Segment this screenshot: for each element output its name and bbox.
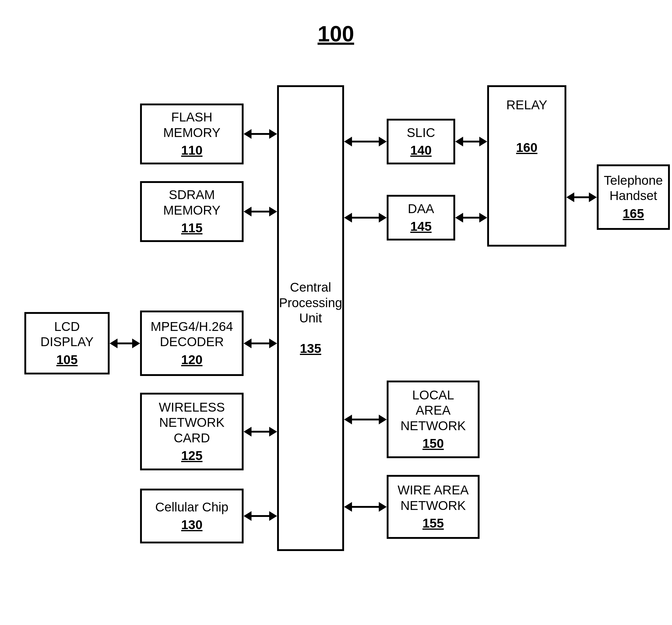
block-local-area-network: LOCAL AREA NETWORK 150 — [387, 381, 480, 458]
block-label: DAA — [408, 201, 434, 216]
arrow-daa-relay — [462, 217, 480, 219]
block-slic: SLIC 140 — [387, 119, 455, 164]
arrow-cpu-slic — [351, 141, 380, 142]
block-cpu: Central Processing Unit 135 — [277, 85, 344, 551]
block-label: RELAY — [506, 97, 548, 113]
block-telephone-handset: Telephone Handset 165 — [597, 164, 670, 230]
block-label: Cellular Chip — [155, 500, 229, 515]
block-wireless-network-card: WIRELESS NETWORK CARD 125 — [140, 393, 244, 470]
block-daa: DAA 145 — [387, 195, 455, 241]
arrow-cell-cpu — [250, 515, 270, 517]
block-ref: 105 — [56, 352, 78, 367]
block-ref: 130 — [181, 517, 202, 532]
arrow-relay-phone — [573, 196, 590, 198]
block-label: LOCAL AREA NETWORK — [401, 388, 466, 434]
block-label: LCD DISPLAY — [41, 319, 94, 350]
arrow-lcd-mpeg — [116, 342, 134, 344]
arrow-flash-cpu — [250, 133, 270, 135]
block-label: SDRAM MEMORY — [163, 187, 220, 218]
arrow-mpeg-cpu — [250, 342, 270, 344]
block-label: MPEG4/H.264 DECODER — [151, 319, 233, 350]
block-cellular-chip: Cellular Chip 130 — [140, 489, 244, 544]
block-ref: 150 — [422, 436, 443, 451]
block-ref: 165 — [623, 206, 644, 221]
block-ref: 135 — [300, 341, 321, 356]
diagram-title: 100 — [290, 21, 382, 46]
block-ref: 160 — [516, 140, 537, 155]
block-label: WIRE AREA NETWORK — [398, 483, 469, 513]
block-ref: 140 — [410, 143, 431, 158]
block-label: FLASH MEMORY — [163, 110, 220, 140]
block-label: SLIC — [407, 125, 435, 140]
arrow-slic-relay — [462, 141, 480, 142]
arrow-wlan-cpu — [250, 431, 270, 433]
block-label: Telephone Handset — [604, 173, 663, 204]
block-wire-area-network: WIRE AREA NETWORK 155 — [387, 475, 480, 539]
block-ref: 145 — [410, 219, 431, 234]
block-relay: RELAY 160 — [487, 85, 566, 247]
diagram-canvas: 100 FLASH MEMORY 110 SDRAM MEMORY 115 MP… — [0, 0, 672, 625]
block-label: Central Processing Unit — [279, 280, 342, 326]
block-ref: 115 — [181, 220, 202, 236]
arrow-cpu-lan — [351, 418, 380, 420]
block-ref: 125 — [181, 448, 202, 463]
arrow-sdram-cpu — [250, 211, 270, 213]
arrow-cpu-wan — [351, 506, 380, 508]
arrow-cpu-daa — [351, 217, 380, 219]
block-sdram-memory: SDRAM MEMORY 115 — [140, 181, 244, 242]
block-ref: 155 — [422, 516, 443, 531]
block-flash-memory: FLASH MEMORY 110 — [140, 103, 244, 164]
block-ref: 110 — [181, 143, 202, 158]
block-label: WIRELESS NETWORK CARD — [159, 400, 225, 446]
block-ref: 120 — [181, 352, 202, 367]
block-mpeg-decoder: MPEG4/H.264 DECODER 120 — [140, 311, 244, 376]
block-lcd-display: LCD DISPLAY 105 — [24, 312, 110, 375]
